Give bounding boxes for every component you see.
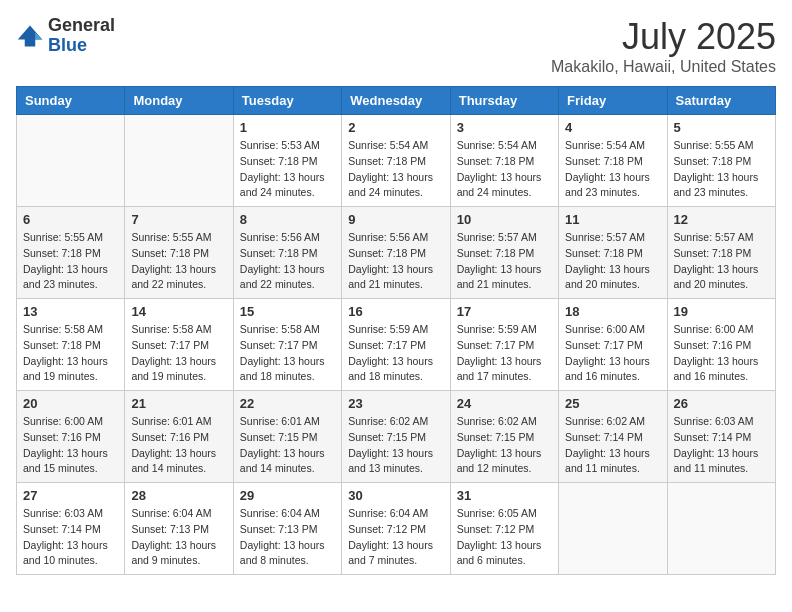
weekday-header-wednesday: Wednesday [342,87,450,115]
day-info: Sunrise: 5:55 AMSunset: 7:18 PMDaylight:… [131,230,226,293]
day-info: Sunrise: 5:59 AMSunset: 7:17 PMDaylight:… [457,322,552,385]
day-number: 4 [565,120,660,135]
calendar-cell: 11Sunrise: 5:57 AMSunset: 7:18 PMDayligh… [559,207,667,299]
day-number: 16 [348,304,443,319]
calendar-cell: 26Sunrise: 6:03 AMSunset: 7:14 PMDayligh… [667,391,775,483]
logo-icon [16,22,44,50]
day-info: Sunrise: 5:53 AMSunset: 7:18 PMDaylight:… [240,138,335,201]
day-number: 14 [131,304,226,319]
calendar-cell: 1Sunrise: 5:53 AMSunset: 7:18 PMDaylight… [233,115,341,207]
day-info: Sunrise: 6:02 AMSunset: 7:15 PMDaylight:… [348,414,443,477]
day-info: Sunrise: 5:55 AMSunset: 7:18 PMDaylight:… [674,138,769,201]
calendar-cell: 9Sunrise: 5:56 AMSunset: 7:18 PMDaylight… [342,207,450,299]
calendar-cell: 13Sunrise: 5:58 AMSunset: 7:18 PMDayligh… [17,299,125,391]
logo-text: General Blue [48,16,115,56]
calendar-week-row: 13Sunrise: 5:58 AMSunset: 7:18 PMDayligh… [17,299,776,391]
day-info: Sunrise: 5:54 AMSunset: 7:18 PMDaylight:… [348,138,443,201]
calendar-cell: 29Sunrise: 6:04 AMSunset: 7:13 PMDayligh… [233,483,341,575]
day-info: Sunrise: 6:03 AMSunset: 7:14 PMDaylight:… [23,506,118,569]
day-number: 25 [565,396,660,411]
day-info: Sunrise: 6:00 AMSunset: 7:16 PMDaylight:… [674,322,769,385]
weekday-header-tuesday: Tuesday [233,87,341,115]
day-info: Sunrise: 6:02 AMSunset: 7:14 PMDaylight:… [565,414,660,477]
calendar-cell: 5Sunrise: 5:55 AMSunset: 7:18 PMDaylight… [667,115,775,207]
day-info: Sunrise: 6:04 AMSunset: 7:12 PMDaylight:… [348,506,443,569]
day-info: Sunrise: 6:01 AMSunset: 7:16 PMDaylight:… [131,414,226,477]
calendar-cell [667,483,775,575]
logo: General Blue [16,16,115,56]
calendar-cell: 14Sunrise: 5:58 AMSunset: 7:17 PMDayligh… [125,299,233,391]
day-number: 23 [348,396,443,411]
day-number: 18 [565,304,660,319]
main-title: July 2025 [551,16,776,58]
calendar-week-row: 20Sunrise: 6:00 AMSunset: 7:16 PMDayligh… [17,391,776,483]
day-info: Sunrise: 6:03 AMSunset: 7:14 PMDaylight:… [674,414,769,477]
day-info: Sunrise: 5:54 AMSunset: 7:18 PMDaylight:… [457,138,552,201]
day-number: 9 [348,212,443,227]
day-info: Sunrise: 6:04 AMSunset: 7:13 PMDaylight:… [240,506,335,569]
calendar-cell: 27Sunrise: 6:03 AMSunset: 7:14 PMDayligh… [17,483,125,575]
calendar-cell: 19Sunrise: 6:00 AMSunset: 7:16 PMDayligh… [667,299,775,391]
day-info: Sunrise: 6:00 AMSunset: 7:17 PMDaylight:… [565,322,660,385]
day-number: 8 [240,212,335,227]
day-info: Sunrise: 6:02 AMSunset: 7:15 PMDaylight:… [457,414,552,477]
day-number: 31 [457,488,552,503]
calendar-cell: 12Sunrise: 5:57 AMSunset: 7:18 PMDayligh… [667,207,775,299]
day-info: Sunrise: 5:56 AMSunset: 7:18 PMDaylight:… [348,230,443,293]
day-number: 5 [674,120,769,135]
svg-marker-1 [35,32,42,39]
calendar-week-row: 27Sunrise: 6:03 AMSunset: 7:14 PMDayligh… [17,483,776,575]
day-number: 10 [457,212,552,227]
weekday-header-monday: Monday [125,87,233,115]
day-info: Sunrise: 6:00 AMSunset: 7:16 PMDaylight:… [23,414,118,477]
day-number: 7 [131,212,226,227]
calendar-cell: 16Sunrise: 5:59 AMSunset: 7:17 PMDayligh… [342,299,450,391]
calendar-cell: 31Sunrise: 6:05 AMSunset: 7:12 PMDayligh… [450,483,558,575]
calendar-cell: 23Sunrise: 6:02 AMSunset: 7:15 PMDayligh… [342,391,450,483]
day-info: Sunrise: 5:54 AMSunset: 7:18 PMDaylight:… [565,138,660,201]
calendar-cell: 28Sunrise: 6:04 AMSunset: 7:13 PMDayligh… [125,483,233,575]
day-info: Sunrise: 6:04 AMSunset: 7:13 PMDaylight:… [131,506,226,569]
day-number: 11 [565,212,660,227]
day-number: 3 [457,120,552,135]
calendar-cell: 2Sunrise: 5:54 AMSunset: 7:18 PMDaylight… [342,115,450,207]
day-number: 26 [674,396,769,411]
day-number: 6 [23,212,118,227]
calendar-week-row: 6Sunrise: 5:55 AMSunset: 7:18 PMDaylight… [17,207,776,299]
day-info: Sunrise: 5:58 AMSunset: 7:18 PMDaylight:… [23,322,118,385]
calendar-cell: 8Sunrise: 5:56 AMSunset: 7:18 PMDaylight… [233,207,341,299]
calendar-cell: 24Sunrise: 6:02 AMSunset: 7:15 PMDayligh… [450,391,558,483]
weekday-header-sunday: Sunday [17,87,125,115]
day-info: Sunrise: 5:58 AMSunset: 7:17 PMDaylight:… [240,322,335,385]
day-number: 24 [457,396,552,411]
calendar-cell: 18Sunrise: 6:00 AMSunset: 7:17 PMDayligh… [559,299,667,391]
day-number: 29 [240,488,335,503]
day-number: 13 [23,304,118,319]
day-number: 12 [674,212,769,227]
calendar-cell: 3Sunrise: 5:54 AMSunset: 7:18 PMDaylight… [450,115,558,207]
calendar-cell: 15Sunrise: 5:58 AMSunset: 7:17 PMDayligh… [233,299,341,391]
day-number: 28 [131,488,226,503]
logo-general-text: General [48,16,115,36]
weekday-header-saturday: Saturday [667,87,775,115]
day-number: 30 [348,488,443,503]
calendar-cell: 22Sunrise: 6:01 AMSunset: 7:15 PMDayligh… [233,391,341,483]
day-info: Sunrise: 5:55 AMSunset: 7:18 PMDaylight:… [23,230,118,293]
calendar-cell: 30Sunrise: 6:04 AMSunset: 7:12 PMDayligh… [342,483,450,575]
calendar-cell: 20Sunrise: 6:00 AMSunset: 7:16 PMDayligh… [17,391,125,483]
calendar-cell: 4Sunrise: 5:54 AMSunset: 7:18 PMDaylight… [559,115,667,207]
logo-blue-text: Blue [48,36,115,56]
day-info: Sunrise: 5:59 AMSunset: 7:17 PMDaylight:… [348,322,443,385]
calendar-cell [559,483,667,575]
calendar-cell [17,115,125,207]
day-number: 17 [457,304,552,319]
day-number: 27 [23,488,118,503]
day-info: Sunrise: 6:05 AMSunset: 7:12 PMDaylight:… [457,506,552,569]
header-area: General Blue July 2025 Makakilo, Hawaii,… [16,16,776,76]
day-number: 21 [131,396,226,411]
subtitle: Makakilo, Hawaii, United States [551,58,776,76]
day-number: 1 [240,120,335,135]
day-number: 19 [674,304,769,319]
day-number: 15 [240,304,335,319]
day-info: Sunrise: 5:57 AMSunset: 7:18 PMDaylight:… [457,230,552,293]
